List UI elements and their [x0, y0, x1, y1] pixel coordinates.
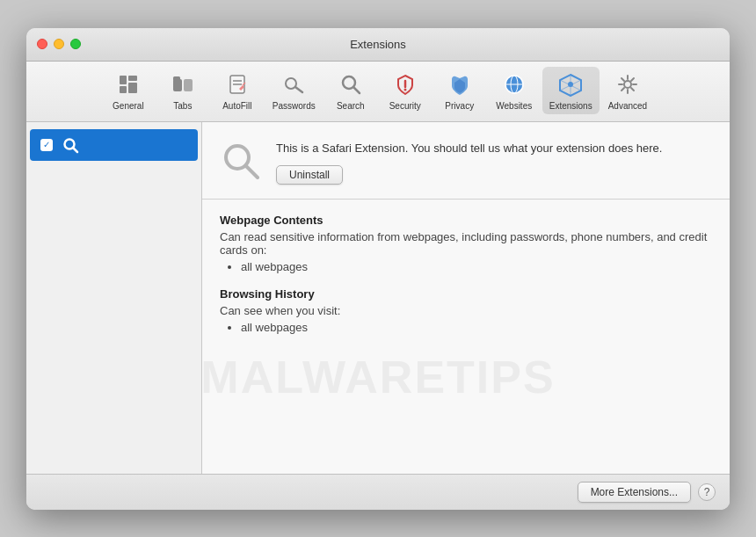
- toolbar-item-security[interactable]: Security: [379, 67, 432, 114]
- browsing-history-title: Browsing History: [220, 287, 712, 301]
- toolbar-item-search[interactable]: Search: [324, 67, 377, 114]
- minimize-button[interactable]: [54, 39, 64, 49]
- privacy-label: Privacy: [445, 101, 474, 111]
- extension-header: This is a Safari Extension. You should t…: [202, 122, 730, 200]
- toolbar: General Tabs AutoFill Passwords Search: [26, 62, 730, 122]
- browsing-history-list: all webpages: [220, 321, 712, 334]
- privacy-icon: [446, 70, 474, 98]
- webpage-contents-title: Webpage Contents: [220, 214, 712, 227]
- svg-rect-2: [128, 76, 137, 81]
- help-button[interactable]: ?: [698, 483, 716, 501]
- tabs-icon: [169, 70, 197, 98]
- toolbar-item-tabs[interactable]: Tabs: [156, 67, 209, 114]
- webpage-contents-item: all webpages: [241, 260, 712, 273]
- svg-rect-1: [120, 86, 127, 93]
- toolbar-item-privacy[interactable]: Privacy: [433, 67, 486, 114]
- passwords-icon: [280, 70, 308, 98]
- extension-enabled-checkbox[interactable]: ✓: [40, 139, 53, 151]
- permission-group-webpage: Webpage Contents Can read sensitive info…: [220, 214, 712, 273]
- extension-detail-panel: This is a Safari Extension. You should t…: [202, 122, 730, 474]
- security-icon: [391, 70, 419, 98]
- svg-line-12: [295, 87, 302, 92]
- advanced-label: Advanced: [608, 101, 647, 111]
- permission-group-history: Browsing History Can see when you visit:…: [220, 287, 712, 334]
- svg-point-16: [403, 88, 406, 91]
- extension-header-text: This is a Safari Extension. You should t…: [276, 140, 712, 185]
- toolbar-item-advanced[interactable]: Advanced: [601, 67, 654, 114]
- toolbar-item-general[interactable]: General: [102, 67, 155, 114]
- general-icon: [114, 70, 142, 98]
- svg-line-14: [353, 87, 360, 93]
- titlebar: Extensions: [26, 28, 730, 62]
- svg-rect-5: [184, 79, 193, 91]
- extensions-label: Extensions: [549, 101, 592, 111]
- toolbar-item-websites[interactable]: Websites: [488, 67, 541, 114]
- svg-line-25: [73, 148, 77, 152]
- extension-large-icon: [220, 140, 262, 182]
- browsing-history-item: all webpages: [241, 321, 712, 334]
- permissions-section: Webpage Contents Can read sensitive info…: [202, 200, 730, 474]
- passwords-label: Passwords: [273, 101, 316, 111]
- svg-rect-4: [173, 79, 182, 91]
- sidebar-extension-item[interactable]: ✓: [30, 129, 198, 161]
- svg-rect-0: [120, 76, 127, 84]
- webpage-contents-desc: Can read sensitive information from webp…: [220, 230, 712, 257]
- browsing-history-desc: Can see when you visit:: [220, 304, 712, 317]
- svg-point-22: [568, 82, 573, 87]
- toolbar-item-extensions[interactable]: Extensions: [542, 67, 600, 114]
- extension-description: This is a Safari Extension. You should t…: [276, 140, 712, 157]
- traffic-lights: [37, 39, 81, 49]
- svg-line-27: [246, 166, 258, 178]
- uninstall-button[interactable]: Uninstall: [276, 165, 343, 185]
- advanced-icon: [614, 70, 642, 98]
- security-label: Security: [389, 101, 421, 111]
- general-label: General: [113, 101, 144, 111]
- search-label: Search: [337, 101, 365, 111]
- extensions-icon: [556, 70, 585, 98]
- close-button[interactable]: [37, 39, 47, 49]
- websites-label: Websites: [496, 101, 532, 111]
- svg-rect-3: [128, 83, 137, 93]
- extensions-sidebar: ✓: [26, 122, 202, 474]
- footer: More Extensions... ?: [26, 474, 730, 510]
- websites-icon: [500, 70, 528, 98]
- maximize-button[interactable]: [70, 39, 81, 49]
- window-title: Extensions: [350, 38, 406, 51]
- main-content: MALWARETIPS ✓ This is a Safari Extension…: [26, 122, 730, 474]
- search-icon: [337, 70, 365, 98]
- webpage-contents-list: all webpages: [220, 260, 712, 273]
- extension-sidebar-icon: [60, 134, 81, 156]
- toolbar-item-autofill[interactable]: AutoFill: [211, 67, 264, 114]
- toolbar-item-passwords[interactable]: Passwords: [265, 67, 323, 114]
- tabs-label: Tabs: [173, 101, 192, 111]
- svg-rect-6: [173, 76, 180, 81]
- autofill-label: AutoFill: [222, 101, 251, 111]
- svg-point-23: [624, 81, 631, 88]
- more-extensions-button[interactable]: More Extensions...: [578, 482, 691, 503]
- autofill-icon: [223, 70, 251, 98]
